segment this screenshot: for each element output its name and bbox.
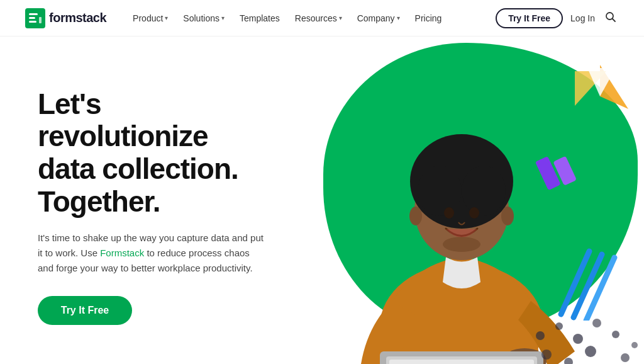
nav-solutions[interactable]: Solutions ▾ — [177, 9, 231, 27]
nav-right-actions: Try It Free Log In — [496, 8, 619, 28]
svg-rect-0 — [25, 8, 45, 28]
svg-rect-4 — [39, 17, 42, 23]
svg-point-33 — [469, 207, 479, 219]
resources-chevron-icon: ▾ — [339, 14, 342, 21]
nav-links: Product ▾ Solutions ▾ Templates Resource… — [126, 9, 496, 27]
svg-point-23 — [621, 353, 630, 362]
hero-section: Let's revolutionize data collection. Tog… — [0, 37, 644, 364]
svg-point-24 — [631, 342, 638, 348]
svg-line-13 — [574, 254, 602, 317]
svg-rect-3 — [29, 21, 36, 23]
hero-heading: Let's revolutionize data collection. Tog… — [38, 88, 264, 218]
svg-point-17 — [573, 334, 583, 344]
svg-point-35 — [409, 207, 422, 225]
navbar: formstack Product ▾ Solutions ▾ Template… — [0, 0, 644, 37]
svg-point-16 — [555, 322, 563, 330]
svg-point-19 — [612, 331, 619, 338]
svg-point-22 — [585, 346, 596, 357]
svg-point-32 — [444, 207, 454, 219]
svg-rect-2 — [29, 17, 35, 19]
blue-lines-decoration — [555, 245, 618, 323]
logo-link[interactable]: formstack — [25, 8, 106, 28]
nav-product[interactable]: Product ▾ — [126, 9, 174, 27]
svg-line-12 — [561, 251, 589, 314]
nav-pricing[interactable]: Pricing — [409, 9, 448, 27]
solutions-chevron-icon: ▾ — [221, 14, 225, 21]
svg-point-20 — [541, 350, 552, 360]
nav-company[interactable]: Company ▾ — [351, 9, 406, 27]
yellow-decoration — [565, 65, 628, 124]
svg-line-14 — [586, 258, 614, 321]
hero-subtext: It's time to shake up the way you captur… — [38, 230, 264, 276]
svg-point-36 — [501, 207, 514, 225]
nav-login-link[interactable]: Log In — [570, 13, 595, 23]
product-chevron-icon: ▾ — [165, 14, 168, 21]
svg-rect-1 — [29, 13, 38, 15]
hero-cta-button[interactable]: Try It Free — [38, 296, 132, 325]
svg-rect-39 — [389, 360, 534, 364]
formstack-link[interactable]: Formstack — [100, 247, 144, 258]
svg-point-21 — [564, 358, 573, 364]
nav-try-button[interactable]: Try It Free — [496, 8, 563, 28]
svg-point-30 — [418, 166, 462, 216]
svg-point-15 — [536, 331, 545, 340]
svg-point-18 — [592, 319, 601, 327]
logo-icon — [25, 8, 45, 28]
hero-right-illustration — [267, 37, 644, 364]
svg-point-34 — [443, 237, 480, 252]
search-icon[interactable] — [602, 9, 619, 28]
nav-templates[interactable]: Templates — [233, 9, 286, 27]
svg-point-31 — [462, 166, 506, 216]
hero-left-content: Let's revolutionize data collection. Tog… — [0, 37, 289, 364]
svg-line-6 — [613, 18, 616, 21]
scatter-dots-decoration — [528, 317, 641, 364]
brand-name: formstack — [49, 11, 106, 25]
nav-resources[interactable]: Resources ▾ — [289, 9, 348, 27]
company-chevron-icon: ▾ — [397, 14, 400, 21]
